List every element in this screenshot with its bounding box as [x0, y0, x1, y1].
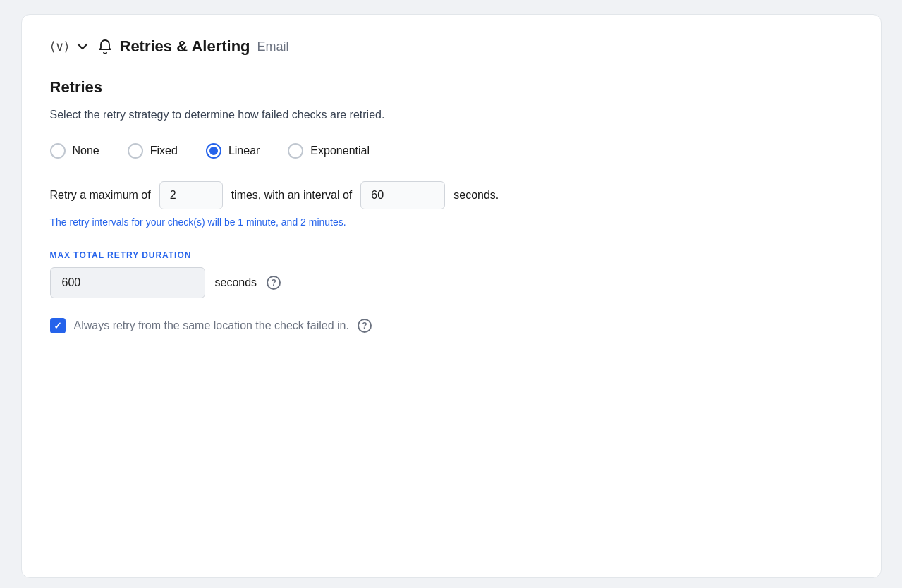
retry-max-prefix: Retry a maximum of — [50, 189, 151, 202]
retry-strategy-radio-group: None Fixed Linear Exponential — [50, 143, 853, 159]
retry-interval-suffix: seconds. — [453, 189, 499, 202]
radio-fixed-button[interactable] — [128, 143, 143, 159]
always-retry-checkbox[interactable]: ✓ — [50, 318, 66, 333]
radio-linear-button[interactable] — [206, 143, 221, 159]
section-divider — [50, 362, 853, 362]
retry-max-input[interactable] — [159, 181, 223, 209]
retries-section: Retries Select the retry strategy to det… — [50, 78, 853, 228]
radio-option-exponential[interactable]: Exponential — [288, 143, 370, 159]
checkbox-check-icon: ✓ — [54, 321, 62, 331]
radio-none-button[interactable] — [50, 143, 66, 159]
radio-none-label: None — [73, 145, 99, 157]
always-retry-row: ✓ Always retry from the same location th… — [50, 318, 853, 333]
bell-icon — [97, 39, 113, 54]
max-retry-label: MAX TOTAL RETRY DURATION — [50, 250, 853, 260]
retry-max-suffix: times, with an interval of — [231, 189, 353, 202]
always-retry-text: Always retry from the same location the … — [74, 319, 349, 332]
email-link[interactable]: Email — [257, 39, 289, 54]
retries-description: Select the retry strategy to determine h… — [50, 106, 853, 123]
radio-exponential-button[interactable] — [288, 143, 303, 159]
radio-linear-label: Linear — [228, 145, 260, 157]
seconds-label: seconds — [215, 276, 257, 289]
max-retry-row: seconds ? — [50, 267, 853, 298]
radio-option-linear[interactable]: Linear — [206, 143, 260, 159]
radio-option-fixed[interactable]: Fixed — [128, 143, 178, 159]
checkbox-custom: ✓ — [50, 318, 66, 333]
radio-exponential-label: Exponential — [310, 145, 370, 157]
section-title: Retries & Alerting — [120, 37, 250, 56]
radio-linear-inner — [209, 147, 218, 155]
collapse-chevron-icon[interactable] — [76, 40, 89, 53]
chevron-down-icon[interactable]: ⟨∨⟩ — [50, 40, 69, 53]
retry-config-row: Retry a maximum of times, with an interv… — [50, 181, 853, 209]
radio-fixed-label: Fixed — [150, 145, 178, 157]
max-retry-help-icon[interactable]: ? — [267, 276, 281, 290]
always-retry-help-icon[interactable]: ? — [358, 319, 372, 333]
retry-interval-input[interactable] — [360, 181, 445, 209]
section-header: ⟨∨⟩ Retries & Alerting Email — [50, 37, 853, 56]
radio-option-none[interactable]: None — [50, 143, 99, 159]
max-retry-input[interactable] — [50, 267, 205, 298]
retry-intervals-hint: The retry intervals for your check(s) wi… — [50, 216, 853, 228]
retries-heading: Retries — [50, 78, 853, 97]
max-retry-section: MAX TOTAL RETRY DURATION seconds ? — [50, 250, 853, 298]
main-card: ⟨∨⟩ Retries & Alerting Email Retries Sel… — [21, 14, 882, 578]
